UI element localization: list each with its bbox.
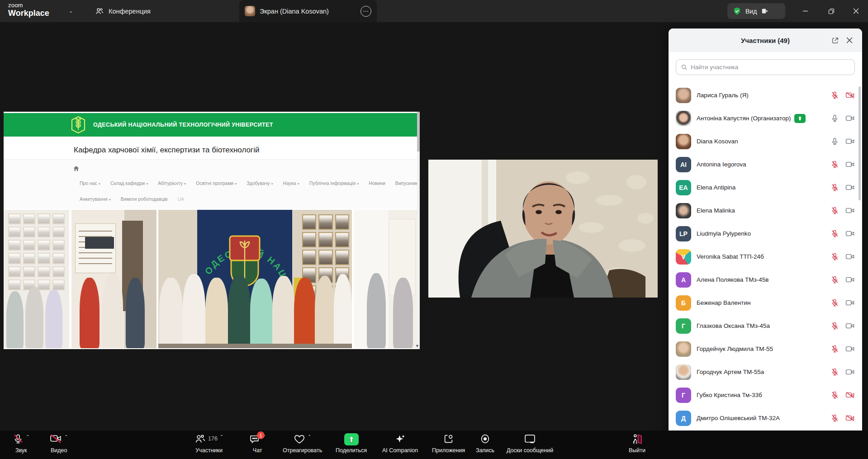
nav-item[interactable]: Публічна інформація▾ xyxy=(309,180,359,186)
participant-row[interactable]: ДДмитро Олішевський ТМ-32А xyxy=(669,407,862,430)
nav-item[interactable]: Вимоги роботодавців xyxy=(121,196,168,202)
participant-name: Veronika Sabat ТТП-24б xyxy=(697,253,764,260)
participant-name: Глазкова Оксана ТМз-45а xyxy=(697,322,770,329)
participants-title: Участники (49) xyxy=(741,37,790,44)
toolbar-whiteboard-button[interactable]: Доски сообщений xyxy=(507,433,553,454)
minimize-button[interactable] xyxy=(795,0,816,22)
nav-item[interactable]: Абітурієнту▾ xyxy=(158,180,186,186)
layout-view-icon xyxy=(761,7,768,15)
tab-conference[interactable]: Конференция xyxy=(95,0,151,22)
chevron-up-icon[interactable]: ⌃ xyxy=(220,434,223,439)
mic-muted-icon xyxy=(830,229,839,238)
portrait-photo xyxy=(318,232,332,247)
mic-muted-icon xyxy=(830,322,839,330)
portrait-photo xyxy=(38,253,50,264)
close-panel-button[interactable] xyxy=(844,35,855,46)
nav-item[interactable]: Склад кафедри▾ xyxy=(110,180,148,186)
nav-item[interactable]: Випускники xyxy=(395,180,420,186)
participant-av-status xyxy=(830,160,855,169)
participant-av-status xyxy=(830,91,855,99)
carousel-photo-doorway[interactable] xyxy=(354,210,417,348)
portrait-photo xyxy=(38,266,50,277)
video-off-icon xyxy=(845,414,855,422)
chevron-up-icon[interactable]: ⌃ xyxy=(26,434,29,439)
chevron-down-icon[interactable]: ⌄ xyxy=(69,8,73,14)
toolbar-chat-button[interactable]: 1⌃Чат xyxy=(249,433,266,454)
participant-av-status xyxy=(830,252,855,261)
participant-row[interactable]: LPLiudmyla Pylypenko xyxy=(669,222,862,245)
close-window-button[interactable] xyxy=(845,0,866,22)
toolbar-mic-off-button[interactable]: ⌃Звук xyxy=(13,433,29,454)
participant-search[interactable] xyxy=(676,59,855,75)
participant-row[interactable]: Городчук Артем ТМ-55а xyxy=(669,360,862,383)
participant-name: Городчук Артем ТМ-55а xyxy=(697,369,764,375)
carousel-photo-portrait-wall[interactable] xyxy=(4,210,69,348)
scroll-down-arrow-icon[interactable]: ▼ xyxy=(415,344,419,348)
participant-av-status xyxy=(830,206,855,215)
site-scrollbar[interactable]: ▼ xyxy=(417,112,420,349)
video-on-icon xyxy=(845,183,855,192)
participant-row[interactable]: ГГлазкова Оксана ТМз-45а xyxy=(669,314,862,337)
chat-unread-badge: 1 xyxy=(257,431,265,439)
mic-muted-icon xyxy=(830,160,839,169)
popout-panel-button[interactable] xyxy=(830,35,840,46)
zoom-workplace-logo: zoom Workplace xyxy=(8,2,49,18)
panel-scrollbar-thumb[interactable] xyxy=(859,86,861,200)
maximize-button[interactable] xyxy=(821,0,842,22)
toolbar-leave-button[interactable]: Выйти xyxy=(629,433,645,454)
participant-row[interactable]: ААлена Полякова ТМз-45в xyxy=(669,268,862,291)
view-button[interactable]: Вид xyxy=(727,3,785,19)
toolbar-heart-button[interactable]: ⌃Отреагировать xyxy=(283,433,322,454)
chevron-up-icon[interactable]: ⌃ xyxy=(308,434,311,439)
search-input[interactable] xyxy=(691,64,850,71)
participant-row[interactable]: Elena Malinka xyxy=(669,199,862,222)
portrait-photo xyxy=(302,232,316,247)
nav-item[interactable]: Освітні програми▾ xyxy=(196,180,237,186)
avatar: V xyxy=(676,249,691,265)
participant-row[interactable]: Лариса Гураль (Я) xyxy=(669,84,862,107)
toolbar-label: Отреагировать xyxy=(283,447,322,454)
tab-more-button[interactable]: ⋯ xyxy=(360,6,371,17)
toolbar-share-button[interactable]: Поделиться xyxy=(336,433,367,454)
participant-row[interactable]: Гордейчук Людмила ТМ-55 xyxy=(669,337,862,360)
toolbar-apps-button[interactable]: Приложения xyxy=(432,433,465,454)
site-scrollbar-thumb[interactable] xyxy=(417,112,420,151)
mic-on-icon xyxy=(830,137,839,146)
participant-row[interactable]: Diana Kosovan xyxy=(669,130,862,153)
toolbar-sparkle-button[interactable]: AI Companion xyxy=(382,433,418,454)
portrait-photo xyxy=(8,227,21,237)
carousel-photo-group[interactable]: ОДЕСЬКИЙ НАЦІОНАЛЬНИЙ xyxy=(158,210,352,348)
mic-muted-icon xyxy=(830,368,839,376)
portrait-photo xyxy=(302,214,316,230)
participant-row[interactable]: AIAntonina Iegorova xyxy=(669,153,862,176)
participant-av-status xyxy=(830,183,855,192)
participant-name: Гордейчук Людмила ТМ-55 xyxy=(697,345,773,352)
participant-row[interactable]: ББеженар Валентин xyxy=(669,291,862,314)
toolbar-people-button[interactable]: 176⌃Участники xyxy=(194,433,223,454)
participant-row[interactable]: ГГубко Кристина Тм-33б xyxy=(669,383,862,407)
participant-row[interactable]: EAElena Antipina xyxy=(669,176,862,199)
portrait-photo xyxy=(335,214,349,230)
nav-item[interactable]: Анкетування▾ xyxy=(80,196,111,202)
tab-screen-share[interactable]: Экран (Diana Kosovan) ⋯ xyxy=(239,0,377,22)
site-navigation: Про нас▾Склад кафедри▾Абітурієнту▾Освітн… xyxy=(4,159,417,210)
speaker-video-tile[interactable] xyxy=(428,160,658,298)
toolbar-video-off-button[interactable]: ⌃Видео xyxy=(50,433,68,454)
carousel-photo-hallway[interactable] xyxy=(71,210,157,348)
nav-item[interactable]: Новини xyxy=(369,180,385,186)
mic-muted-icon xyxy=(830,391,839,399)
participant-row[interactable]: Антоніна Капустян (Организатор) xyxy=(669,107,862,130)
home-icon[interactable] xyxy=(72,165,80,172)
shared-screen-view: ОДЕСЬКИЙ НАЦІОНАЛЬНИЙ ТЕХНОЛОГІЧНИЙ УНІВ… xyxy=(4,112,420,349)
participant-row[interactable]: VVeronika Sabat ТТП-24б xyxy=(669,245,862,268)
mic-muted-icon xyxy=(830,183,839,192)
participant-name: Elena Malinka xyxy=(697,207,735,214)
nav-item[interactable]: Здобувачу▾ xyxy=(247,180,273,186)
chevron-up-icon[interactable]: ⌃ xyxy=(64,434,68,439)
toolbar-label: AI Companion xyxy=(382,447,418,454)
nav-item[interactable]: Про нас▾ xyxy=(80,180,100,186)
toolbar-record-button[interactable]: Запись xyxy=(476,433,494,454)
nav-item[interactable]: Наука▾ xyxy=(283,180,299,186)
nav-item[interactable]: UA xyxy=(177,196,184,202)
video-on-icon xyxy=(845,252,855,261)
